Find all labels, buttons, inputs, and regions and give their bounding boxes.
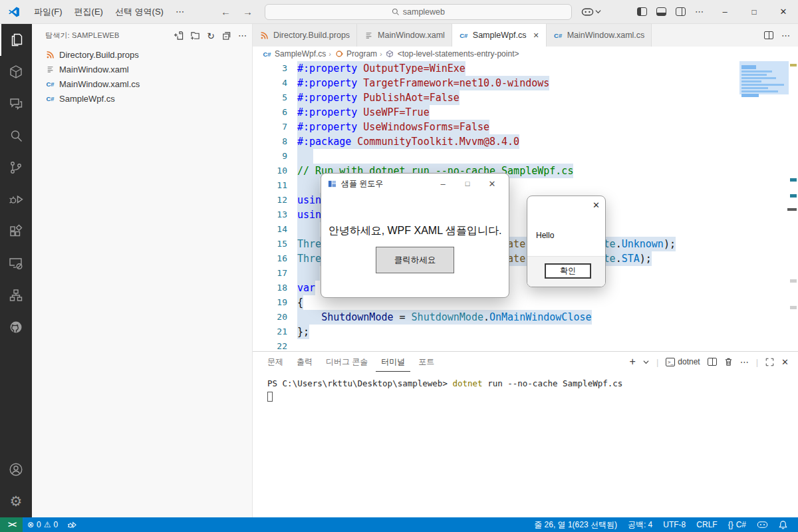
- notifications-bell[interactable]: [773, 517, 793, 532]
- activity-github-icon[interactable]: [0, 311, 32, 343]
- new-terminal-icon[interactable]: +: [630, 356, 636, 368]
- activity-search-icon[interactable]: [0, 120, 32, 152]
- line-number[interactable]: 15: [253, 237, 297, 251]
- line-number[interactable]: 22: [253, 339, 297, 351]
- code-editor[interactable]: 3#:property OutputType=WinExe4#:property…: [253, 61, 798, 351]
- editor-tab-Directory.Build.props[interactable]: Directory.Build.props: [253, 24, 357, 47]
- wpf-close-button[interactable]: ✕: [482, 179, 502, 189]
- line-number[interactable]: 11: [253, 178, 297, 193]
- copilot-status[interactable]: [751, 517, 773, 532]
- debug-status[interactable]: [63, 517, 81, 532]
- scrollbar-handle[interactable]: [787, 208, 797, 211]
- window-maximize-button[interactable]: □: [739, 0, 769, 24]
- language-status[interactable]: {} C#: [723, 517, 751, 532]
- line-number[interactable]: 6: [253, 105, 297, 120]
- explorer-more-icon[interactable]: ⋯: [238, 31, 247, 41]
- panel-tab-문제[interactable]: 문제: [262, 352, 289, 372]
- wpf-maximize-button[interactable]: □: [458, 180, 477, 188]
- split-terminal-icon[interactable]: [708, 358, 717, 366]
- panel-tab-포트[interactable]: 포트: [413, 352, 440, 372]
- breadcrumb-item[interactable]: <top-level-statements-entry-point>: [385, 49, 519, 59]
- window-minimize-button[interactable]: –: [710, 0, 739, 24]
- panel-tab-디버그 콘솔[interactable]: 디버그 콘솔: [321, 352, 373, 372]
- line-number[interactable]: 21: [253, 325, 297, 339]
- activity-chat-icon[interactable]: [0, 88, 32, 120]
- activity-extensions-icon[interactable]: [0, 215, 32, 247]
- line-number[interactable]: 16: [253, 251, 297, 266]
- explorer-file-MainWindow.xaml.cs[interactable]: C#MainWindow.xaml.cs: [32, 76, 252, 91]
- line-number[interactable]: 9: [253, 149, 297, 164]
- forward-arrow-icon[interactable]: →: [243, 6, 253, 17]
- explorer-file-Directory.Build.props[interactable]: Directory.Build.props: [32, 47, 252, 62]
- panel-more-icon[interactable]: ⋯: [740, 357, 749, 367]
- problems-status[interactable]: ⊗0 ⚠0: [23, 517, 63, 532]
- menu-file[interactable]: 파일(F): [28, 0, 68, 24]
- line-number[interactable]: 17: [253, 266, 297, 281]
- wpf-titlebar[interactable]: 샘플 윈도우 – □ ✕: [321, 174, 509, 194]
- back-arrow-icon[interactable]: ←: [221, 6, 231, 17]
- breadcrumb-item[interactable]: C#SampleWpf.cs: [262, 49, 326, 59]
- explorer-file-SampleWpf.cs[interactable]: C#SampleWpf.cs: [32, 91, 252, 106]
- msgbox-ok-button[interactable]: 확인: [545, 263, 591, 279]
- line-number[interactable]: 3: [253, 61, 297, 76]
- settings-gear-icon[interactable]: ⚙: [0, 485, 32, 517]
- remote-indicator[interactable]: ><: [0, 517, 23, 532]
- collapse-all-icon[interactable]: [221, 31, 231, 41]
- line-number[interactable]: 8: [253, 134, 297, 149]
- msgbox-close-icon[interactable]: ✕: [593, 200, 600, 210]
- line-number[interactable]: 20: [253, 310, 297, 325]
- kill-terminal-icon[interactable]: [724, 357, 733, 366]
- breadcrumb-item[interactable]: Program: [334, 49, 377, 59]
- menu-more[interactable]: ⋯: [170, 0, 190, 24]
- customize-layout-more[interactable]: ⋯: [695, 7, 704, 17]
- hello-message-box[interactable]: ✕ Hello 확인: [527, 196, 606, 287]
- split-editor-icon[interactable]: [764, 31, 773, 39]
- line-number[interactable]: 10: [253, 164, 297, 178]
- line-number[interactable]: 14: [253, 222, 297, 237]
- minimap[interactable]: [739, 61, 789, 94]
- line-number[interactable]: 12: [253, 193, 297, 207]
- command-center-search[interactable]: sampleweb: [265, 4, 572, 20]
- menu-selection[interactable]: 선택 영역(S): [109, 0, 170, 24]
- editor-tab-MainWindow.xaml[interactable]: MainWindow.xaml: [357, 24, 452, 47]
- new-file-icon[interactable]: [174, 31, 184, 41]
- wpf-click-button[interactable]: 클릭하세요: [376, 247, 454, 273]
- activity-remote-explorer-icon[interactable]: [0, 247, 32, 279]
- editor-actions-more-icon[interactable]: ⋯: [781, 31, 790, 41]
- activity-hierarchy-icon[interactable]: [0, 279, 32, 311]
- editor-tab-MainWindow.xaml.cs[interactable]: C#MainWindow.xaml.cs: [547, 24, 652, 47]
- tab-close-icon[interactable]: ✕: [533, 31, 539, 40]
- new-folder-icon[interactable]: [190, 31, 200, 41]
- terminal-dropdown-icon[interactable]: [643, 360, 649, 364]
- line-number[interactable]: 13: [253, 207, 297, 222]
- eol-status[interactable]: CRLF: [691, 517, 722, 532]
- terminal-instance[interactable]: >_ dotnet: [666, 357, 700, 366]
- indentation-status[interactable]: 공백: 4: [622, 517, 658, 532]
- wpf-sample-window[interactable]: 샘플 윈도우 – □ ✕ 안녕하세요, WPF XAML 샘플입니다. 클릭하세…: [321, 173, 509, 298]
- toggle-secondary-sidebar-icon[interactable]: [676, 7, 686, 16]
- explorer-file-MainWindow.xaml[interactable]: MainWindow.xaml: [32, 62, 252, 76]
- activity-source-control-icon[interactable]: [0, 152, 32, 184]
- cursor-position-status[interactable]: 줄 26, 열 1(623 선택됨): [529, 517, 622, 532]
- terminal-content[interactable]: PS C:\Users\rkttu\Desktop\sampleweb> dot…: [253, 372, 798, 517]
- encoding-status[interactable]: UTF-8: [658, 517, 691, 532]
- close-panel-icon[interactable]: ✕: [781, 357, 789, 367]
- line-number[interactable]: 4: [253, 76, 297, 90]
- toggle-panel-icon[interactable]: [656, 7, 666, 16]
- line-number[interactable]: 5: [253, 90, 297, 105]
- copilot-button[interactable]: [581, 7, 601, 17]
- wpf-minimize-button[interactable]: –: [433, 179, 453, 189]
- toggle-primary-sidebar-icon[interactable]: [637, 7, 647, 16]
- activity-explorer-icon[interactable]: [0, 24, 32, 56]
- editor-tab-SampleWpf.cs[interactable]: C#SampleWpf.cs✕: [452, 24, 547, 47]
- menu-edit[interactable]: 편집(E): [68, 0, 109, 24]
- panel-tab-터미널[interactable]: 터미널: [376, 352, 410, 372]
- line-number[interactable]: 19: [253, 295, 297, 310]
- panel-tab-출력[interactable]: 출력: [291, 352, 318, 372]
- window-close-button[interactable]: ✕: [769, 0, 798, 24]
- refresh-icon[interactable]: ↻: [207, 31, 215, 41]
- activity-run-debug-icon[interactable]: [0, 184, 32, 215]
- maximize-panel-icon[interactable]: [765, 358, 774, 366]
- activity-containers-icon[interactable]: [0, 56, 32, 88]
- line-number[interactable]: 7: [253, 120, 297, 134]
